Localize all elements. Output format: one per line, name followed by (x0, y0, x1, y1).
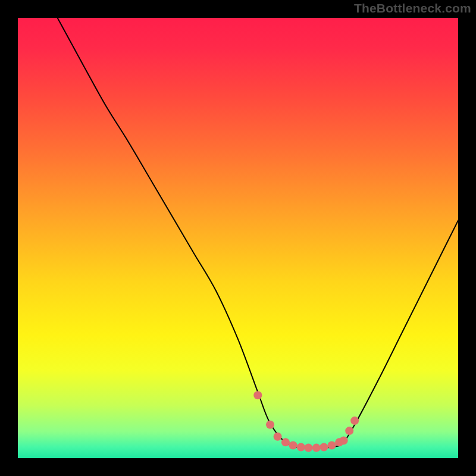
heatmap-background (18, 18, 458, 458)
chart-plot-area (18, 18, 458, 458)
optimal-marker (274, 433, 282, 441)
optimal-marker (304, 444, 312, 452)
chart-frame: TheBottleneck.com (0, 0, 476, 476)
optimal-marker (340, 436, 348, 444)
chart-svg (18, 18, 458, 458)
optimal-marker (320, 443, 328, 452)
optimal-marker (266, 421, 274, 429)
optimal-marker (328, 441, 336, 450)
optimal-marker (297, 443, 305, 452)
optimal-marker (289, 441, 298, 450)
optimal-marker (253, 391, 262, 399)
optimal-marker (312, 444, 321, 452)
optimal-marker (350, 416, 359, 425)
watermark-text: TheBottleneck.com (354, 1, 471, 15)
optimal-marker (281, 438, 290, 446)
optimal-marker (345, 427, 353, 435)
